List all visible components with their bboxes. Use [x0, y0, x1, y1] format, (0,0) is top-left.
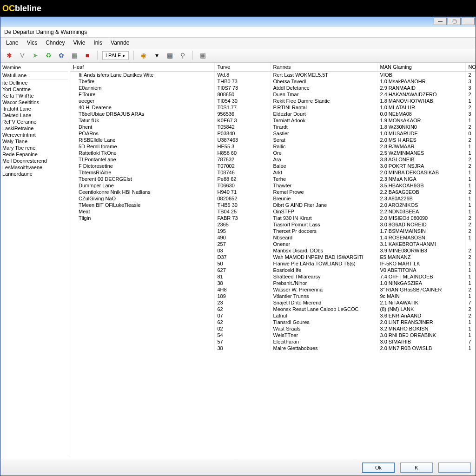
tree-item[interactable]: Ke la TW iRte — [2, 93, 68, 99]
tree-item[interactable]: Rede Eepanine — [2, 151, 68, 158]
check-icon[interactable]: V — [17, 50, 27, 60]
gear-icon[interactable]: ✿ — [56, 50, 66, 60]
bug-icon[interactable]: ✱ — [4, 50, 14, 60]
cell: Wast Sraals — [270, 325, 377, 332]
table-row[interactable]: Ceentiokonre Nnik HBI NatliansH940 71Rem… — [70, 189, 476, 195]
table-row[interactable]: TliginFABR 73Tlat 930 IN Kirart2.0 MISIE… — [70, 215, 476, 221]
menu-vivie[interactable]: Vivie — [70, 39, 89, 47]
tree-item[interactable]: LaskiRetraine — [2, 125, 68, 132]
table-row[interactable]: 62Tlansrdl Goures2.0 LiNT REANSJINER1 — [70, 319, 476, 325]
table-row[interactable]: 02Wast Sraals3.2 MNAHO BOKISN1 — [70, 325, 476, 332]
table-row[interactable]: 54WelsTTner3.0 RNI BE0 OREABiNK1 — [70, 332, 476, 338]
cell: 3.0 POKRT NSJRA — [377, 163, 465, 169]
table-row[interactable]: POARnsP03840Sastier1.0 MUSARUDE0 — [70, 130, 476, 137]
table-row[interactable]: 189Vtlantier Trunns9c MAIN1 — [70, 293, 476, 299]
table-row[interactable]: 50Flanwe Ple LARIa TOWLIAND T6(s)IF-5KO … — [70, 260, 476, 267]
table-row[interactable]: TLPontantel ane787632Ara3.8 AGLONEIB2 — [70, 156, 476, 163]
tree-item[interactable]: Wereventntmrt — [2, 132, 68, 138]
cell: E5 MAINANZ — [377, 254, 465, 260]
table-row[interactable]: 07Lafnul3.6 ENRIAnAAND2 — [70, 312, 476, 319]
tree-item[interactable]: LesMasoithvaene — [2, 164, 68, 171]
table-row[interactable]: DhentT05842Tirardt1.8 W230NKIN02 — [70, 124, 476, 130]
table-row[interactable]: 195Thercet Pr docoers1.7 BSMAIMAINSIN2 — [70, 228, 476, 234]
cell: 1 — [465, 195, 476, 202]
table-row[interactable]: 40 Hi DeareneT0S1.77P.RTINI Rantal1.0 ML… — [70, 104, 476, 111]
close-button[interactable] — [462, 18, 475, 25]
table-row[interactable]: 62Meonsx Resut Lane Caloop LeGCOC(8) (NM… — [70, 306, 476, 312]
col-glaming[interactable]: MAN Glaming — [377, 63, 465, 72]
menu-inls[interactable]: Inls — [90, 39, 106, 47]
arrow-icon[interactable]: ➤ — [30, 50, 40, 60]
pin-icon[interactable]: ⚲ — [178, 50, 188, 60]
table-row[interactable]: RiSBElldle LaneU387463Serat2.0 MS H ARES… — [70, 137, 476, 143]
table-row[interactable]: 4H8Wasser W. Premenna3" RIAN GRasSB7CAIN… — [70, 286, 476, 293]
caret-down-icon[interactable]: ▾ — [152, 50, 162, 60]
table-row[interactable]: 490Nbseard1.4 ROSEMASOSN1 — [70, 234, 476, 241]
table-row[interactable]: Tberent 00 DECRGEIstPe88 62Terhe2.3 NMaA… — [70, 176, 476, 182]
table-row[interactable]: 03Manbsx Disard. DObs3.9 MINE08ORWIB32 — [70, 247, 476, 254]
table-row[interactable]: 5D Remll forameHE55 3Rallic2.8 RJWMAAR1 — [70, 143, 476, 150]
ok-button[interactable]: Ok — [362, 463, 395, 473]
col-rannes[interactable]: Rannes — [270, 63, 377, 72]
refresh-icon[interactable]: ♻ — [43, 50, 53, 60]
cell: Serat — [270, 137, 377, 143]
table-row[interactable]: MeatTB04 25OinSTFP2.2 NDN03BEEA1 — [70, 208, 476, 215]
cell: 1.8 W230NKIN0 — [377, 124, 465, 130]
table-row[interactable]: 57ElecitFaran3.0 SIMAIHIB7 — [70, 338, 476, 345]
coin-icon[interactable]: ◉ — [139, 50, 149, 60]
col-heaf[interactable]: Heaf — [70, 63, 214, 72]
extra-button[interactable] — [438, 463, 471, 473]
menu-chndey[interactable]: Chndey — [42, 39, 68, 47]
cell: 62 — [214, 306, 270, 312]
tree-item[interactable]: Mary Tbe rene — [2, 145, 68, 151]
table-row[interactable]: ueegerTI054 30Rekit Fiee Damre Siantic1.… — [70, 98, 476, 104]
table-row[interactable]: TbternsRiAitreT08746Arkt2.0 MINBA DEKOAS… — [70, 169, 476, 176]
tree-item[interactable]: Itratoht Lane — [2, 106, 68, 112]
table-row[interactable]: 2365Tiasrorl Pomurt Lass3.0 8G6AD NOREID… — [70, 221, 476, 228]
tree-item[interactable]: Waly Tiane — [2, 138, 68, 145]
stop-icon[interactable]: ■ — [82, 50, 93, 60]
table-row[interactable]: TMeen BlT OFiLukeTieasieTHB5 30Dibrt G A… — [70, 202, 476, 208]
table-row[interactable]: 38Prebshlt./Ninor1.0 NINkGASZIEA1 — [70, 280, 476, 286]
tree-item[interactable]: ite Dellinee — [2, 79, 68, 86]
table-row[interactable]: 23SnajetTDnto Mierend2.1 NiTAAWATIK7 — [70, 299, 476, 306]
titlebar[interactable]: — ▢ — [0, 17, 476, 27]
menu-vics[interactable]: Vics — [23, 39, 41, 47]
cell: 1.0 MLATALUR — [377, 104, 465, 111]
calculator-icon[interactable]: ▤ — [165, 50, 175, 60]
menu-vannde[interactable]: Vannde — [107, 39, 133, 47]
col-turve[interactable]: Turve — [214, 63, 270, 72]
play-group[interactable]: LPALE ▸ — [102, 51, 129, 60]
table-row[interactable]: D37Wah MAMOD INPEIM BAD ISWARGITIE5 MAIN… — [70, 254, 476, 260]
table-row[interactable]: Iti Ands isfers Lane Dantkes WiteWd.8Rer… — [70, 72, 476, 79]
tree-item[interactable]: Yort Canttne — [2, 86, 68, 93]
maximize-button[interactable]: ▢ — [448, 18, 461, 25]
table-row[interactable]: TbefireTHB0 73Obersa Tavedl1.0 MsakPAANO… — [70, 78, 476, 85]
table-row[interactable]: 627Eosriceld IfeV0 ABETITONA1 — [70, 267, 476, 273]
tree-item[interactable]: Dekted Lane — [2, 112, 68, 119]
tree-item[interactable]: Wacor Seeltitins — [2, 99, 68, 106]
sidebar-tree[interactable]: Wamine WatulLane ite DellineeYort Canttn… — [0, 63, 70, 456]
frame-icon[interactable]: ▣ — [198, 50, 208, 60]
table-row[interactable]: E0anniemTI0S7 73Atddl Defetance2.9 RANMA… — [70, 85, 476, 91]
table-row[interactable]: Tatur fUkK0E67 3Tarniatt Adook1.9 MONsAK… — [70, 117, 476, 124]
tree-item[interactable]: Lannerdaune — [2, 171, 68, 177]
cube-icon[interactable]: ▦ — [69, 50, 79, 60]
table-row[interactable]: 257Onener3.1 KAKEBROTAHANMI — [70, 241, 476, 247]
tree-item[interactable]: Moll Doonresterend — [2, 158, 68, 164]
table-row[interactable]: F DictoresetineT07002Balee3.0 POKRT NSJR… — [70, 163, 476, 169]
table-row[interactable]: T6belUbiae DRBAJUB ARAs956536Eldezfar Do… — [70, 111, 476, 117]
cell: Rallic — [270, 143, 377, 150]
table-row[interactable]: F'Toure808650Duen Tmar2.4 HAKANAWAIDZERO… — [70, 91, 476, 98]
table-row[interactable]: Dummper LaneT06630Thawter3.5 HBAKOAH6GB1 — [70, 182, 476, 189]
table-row[interactable]: 38Malre Glettabobues2.0 MN7 R0B OWISLB1 — [70, 345, 476, 351]
table-row[interactable]: 81Slratteed TMlarearsy7.4 OhFT MLAINDOEB… — [70, 273, 476, 280]
table-row[interactable]: CZulGiving NaO0820652Breunie2.3 A80A226B… — [70, 195, 476, 202]
table-row[interactable]: Rattetloki TkOneH858 60Ore2.5 WZMINMANES… — [70, 150, 476, 156]
k-button[interactable]: K — [400, 463, 433, 473]
tree-item[interactable]: ReFV Ceranne — [2, 119, 68, 125]
menu-lane[interactable]: Lane — [2, 39, 22, 47]
minimize-button[interactable]: — — [434, 18, 447, 25]
data-table[interactable]: Heaf Turve Rannes MAN Glaming NOISE Iti … — [70, 63, 476, 456]
col-noise[interactable]: NOISE — [465, 63, 476, 72]
